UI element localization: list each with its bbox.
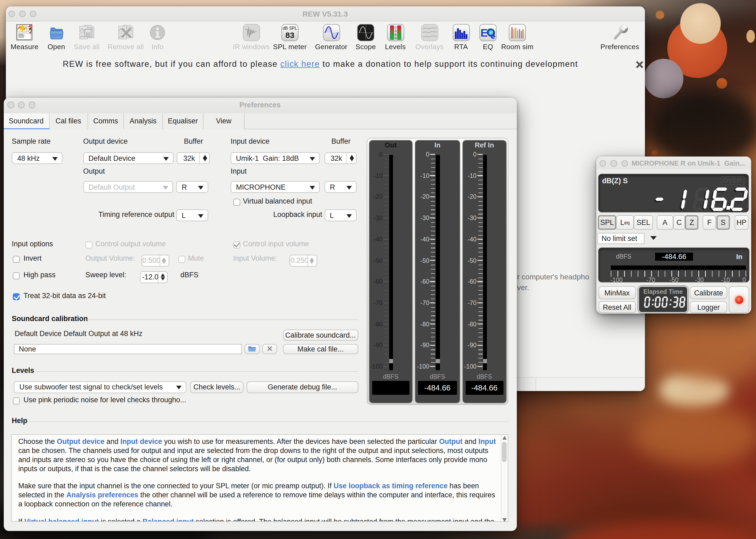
svg-text:83: 83 [285,31,294,39]
svg-text:9: 9 [394,36,396,40]
svg-text:dB SPL: dB SPL [283,26,297,31]
